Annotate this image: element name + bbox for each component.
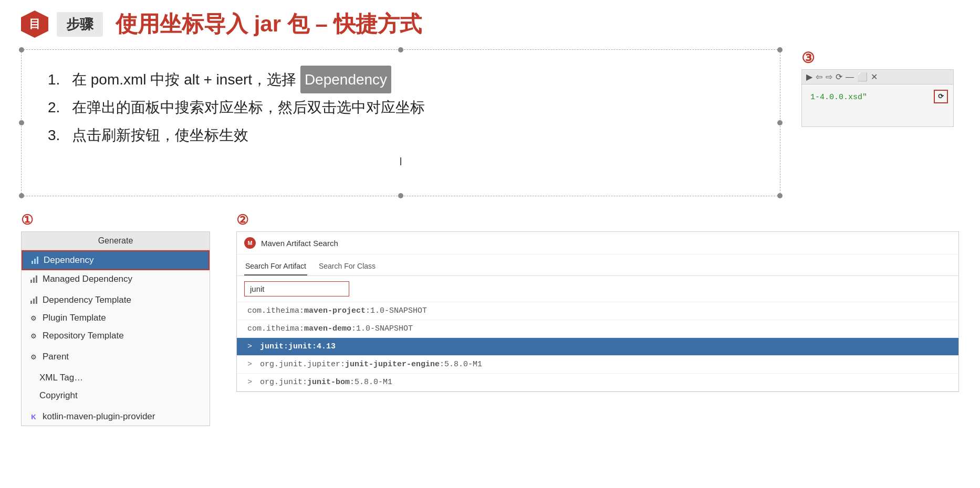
repo-template-gear-icon: ⚙ bbox=[29, 332, 38, 340]
panel-2: ② M Maven Artifact Search Search For Art… bbox=[236, 212, 959, 426]
result-item-junit-jupiter[interactable]: > org.junit.jupiter:junit-jupiter-engine… bbox=[237, 356, 958, 374]
cursor-indicator: I bbox=[48, 155, 754, 168]
circle-1-label: ① bbox=[21, 212, 210, 228]
icon-symbol: 目 bbox=[29, 16, 40, 32]
step-3-num: 3. bbox=[48, 121, 64, 149]
menu-item-dep-template-label: Dependency Template bbox=[43, 295, 131, 305]
refresh-button[interactable]: ⟳ bbox=[934, 90, 948, 103]
tab-search-artifact[interactable]: Search For Artifact bbox=[244, 259, 307, 275]
parent-gear-icon: ⚙ bbox=[29, 353, 38, 361]
toolbar-btn-1[interactable]: ▶ bbox=[806, 72, 812, 82]
expand-arrow-junit: > bbox=[247, 342, 257, 351]
menu-item-copyright-label: Copyright bbox=[39, 390, 78, 401]
expand-arrow-bom: > bbox=[247, 378, 257, 387]
toolbar-btn-7[interactable]: ✕ bbox=[871, 72, 878, 82]
circle-2-label: ② bbox=[236, 212, 959, 228]
menu-item-plugin-template-label: Plugin Template bbox=[43, 313, 106, 323]
menu-item-plugin-template[interactable]: ⚙ Plugin Template bbox=[22, 309, 210, 327]
result-item-junit-bom[interactable]: > org.junit:junit-bom:5.8.0-M1 bbox=[237, 374, 958, 391]
maven-title: Maven Artifact Search bbox=[261, 239, 338, 248]
page-title: 使用坐标导入 jar 包 – 快捷方式 bbox=[116, 9, 422, 39]
step-1: 1. 在 pom.xml 中按 alt + insert，选择 Dependen… bbox=[48, 66, 754, 93]
generate-menu-header: Generate bbox=[22, 232, 210, 250]
right-panel: ③ ▶ ⇦ ⇨ ⟳ — ⬜ ✕ 1-4.0.0.xsd" ⟳ bbox=[801, 49, 959, 196]
managed-dep-bar-icon bbox=[29, 275, 38, 283]
search-row bbox=[237, 276, 958, 302]
maven-icon: M bbox=[244, 237, 256, 249]
menu-item-managed-dependency[interactable]: Managed Dependency bbox=[22, 270, 210, 288]
result-text-maven-demo: com.itheima:maven-demo:1.0-SNAPSHOT bbox=[247, 324, 413, 333]
header-icon: 目 bbox=[21, 10, 48, 38]
menu-item-dep-template[interactable]: Dependency Template bbox=[22, 291, 210, 309]
result-item-maven-project[interactable]: com.itheima:maven-project:1.0-SNAPSHOT bbox=[237, 302, 958, 320]
toolbar-btn-5[interactable]: — bbox=[846, 72, 854, 82]
menu-item-parent-label: Parent bbox=[43, 352, 69, 362]
generate-menu[interactable]: Generate Dependency Managed Dependency bbox=[21, 231, 210, 426]
bottom-section: ① Generate Dependency Managed bbox=[0, 201, 980, 437]
step-badge: 步骤 bbox=[57, 12, 103, 37]
step-2-text: 在弹出的面板中搜索对应坐标，然后双击选中对应坐标 bbox=[72, 93, 754, 121]
search-input[interactable] bbox=[244, 281, 349, 296]
menu-item-copyright[interactable]: Copyright bbox=[22, 387, 210, 405]
main-area: 1. 在 pom.xml 中按 alt + insert，选择 Dependen… bbox=[0, 49, 980, 196]
ide-toolbar: ▶ ⇦ ⇨ ⟳ — ⬜ ✕ bbox=[802, 70, 953, 84]
toolbar-btn-2[interactable]: ⇦ bbox=[816, 72, 822, 82]
ide-code-text: 1-4.0.0.xsd" bbox=[810, 93, 867, 102]
tabs-row: Search For Artifact Search For Class bbox=[237, 254, 958, 276]
step-1-text: 在 pom.xml 中按 alt + insert，选择 Dependency bbox=[72, 66, 754, 93]
result-text-bom: org.junit:junit-bom:5.8.0-M1 bbox=[260, 378, 392, 387]
maven-window: M Maven Artifact Search Search For Artif… bbox=[236, 231, 959, 392]
result-text-jupiter: org.junit.jupiter:junit-jupiter-engine:5… bbox=[260, 360, 482, 369]
circle-3-label: ③ bbox=[801, 49, 959, 67]
panel-1: ① Generate Dependency Managed bbox=[21, 212, 210, 426]
plugin-template-gear-icon: ⚙ bbox=[29, 314, 38, 322]
step-2: 2. 在弹出的面板中搜索对应坐标，然后双击选中对应坐标 bbox=[48, 93, 754, 121]
menu-item-repo-template[interactable]: ⚙ Repository Template bbox=[22, 327, 210, 345]
text-box-area: 1. 在 pom.xml 中按 alt + insert，选择 Dependen… bbox=[21, 49, 780, 196]
menu-item-parent[interactable]: ⚙ Parent bbox=[22, 348, 210, 366]
expand-arrow-jupiter: > bbox=[247, 360, 257, 369]
menu-item-dependency[interactable]: Dependency bbox=[22, 250, 210, 270]
maven-header: M Maven Artifact Search bbox=[237, 232, 958, 254]
toolbar-btn-4[interactable]: ⟳ bbox=[836, 72, 842, 82]
dependency-highlight: Dependency bbox=[300, 66, 391, 93]
menu-item-dependency-label: Dependency bbox=[44, 255, 93, 266]
menu-item-kotlin[interactable]: K kotlin-maven-plugin-provider bbox=[22, 408, 210, 426]
refresh-icon: ⟳ bbox=[938, 93, 944, 101]
ide-window: ▶ ⇦ ⇨ ⟳ — ⬜ ✕ 1-4.0.0.xsd" ⟳ bbox=[801, 69, 954, 127]
result-text-maven-project: com.itheima:maven-project:1.0-SNAPSHOT bbox=[247, 306, 427, 315]
menu-item-kotlin-label: kotlin-maven-plugin-provider bbox=[43, 411, 155, 422]
step-3-text: 点击刷新按钮，使坐标生效 bbox=[72, 121, 754, 149]
cursor-char: I bbox=[399, 155, 402, 168]
result-item-maven-demo[interactable]: com.itheima:maven-demo:1.0-SNAPSHOT bbox=[237, 320, 958, 338]
dep-template-bar-icon bbox=[29, 296, 38, 304]
step-2-num: 2. bbox=[48, 93, 64, 121]
result-list: com.itheima:maven-project:1.0-SNAPSHOT c… bbox=[237, 302, 958, 391]
steps-box: 1. 在 pom.xml 中按 alt + insert，选择 Dependen… bbox=[21, 49, 780, 196]
dependency-bar-icon bbox=[30, 256, 39, 264]
step-list: 1. 在 pom.xml 中按 alt + insert，选择 Dependen… bbox=[48, 66, 754, 150]
tab-search-class[interactable]: Search For Class bbox=[318, 259, 377, 275]
menu-item-xml-tag[interactable]: XML Tag… bbox=[22, 369, 210, 387]
toolbar-btn-3[interactable]: ⇨ bbox=[826, 72, 832, 82]
page-header: 目 步骤 使用坐标导入 jar 包 – 快捷方式 bbox=[0, 0, 980, 44]
result-text-junit: junit:junit:4.13 bbox=[260, 342, 336, 351]
menu-item-repo-template-label: Repository Template bbox=[43, 331, 124, 341]
result-item-junit[interactable]: > junit:junit:4.13 bbox=[237, 338, 958, 356]
step-3: 3. 点击刷新按钮，使坐标生效 bbox=[48, 121, 754, 149]
menu-item-xml-tag-label: XML Tag… bbox=[39, 373, 83, 383]
kotlin-icon: K bbox=[29, 412, 38, 421]
step-1-num: 1. bbox=[48, 66, 64, 93]
menu-item-managed-dep-label: Managed Dependency bbox=[43, 274, 132, 284]
toolbar-btn-6[interactable]: ⬜ bbox=[857, 72, 868, 82]
ide-code-area: 1-4.0.0.xsd" ⟳ bbox=[802, 84, 953, 126]
